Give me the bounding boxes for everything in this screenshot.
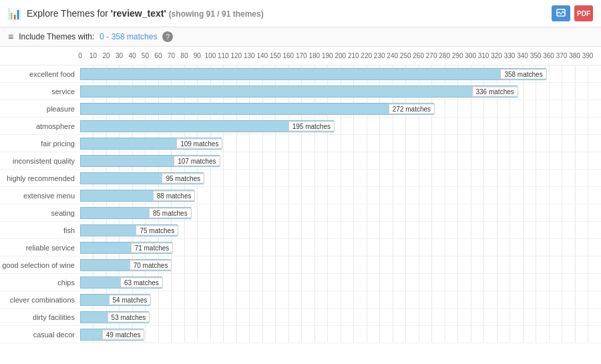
bar-value-label: 336 matches — [472, 86, 518, 96]
download-pdf-button[interactable]: PDF — [574, 5, 593, 21]
bar[interactable]: 88 matches — [80, 190, 194, 202]
axis-label: 50 — [142, 52, 149, 59]
axis-label: 360 — [543, 52, 554, 59]
axis-label: 310 — [478, 52, 489, 59]
axis-label: 110 — [218, 52, 229, 59]
filter-range[interactable]: 0 - 358 matches — [99, 32, 157, 41]
bar-area: 75 matches — [80, 222, 601, 238]
showing-count: (showing 91 / 91 themes) — [169, 9, 264, 19]
bar[interactable]: 109 matches — [80, 138, 222, 150]
axis-label: 80 — [180, 52, 188, 59]
bar-label: casual decor — [0, 331, 80, 339]
bar-value-label: 195 matches — [288, 121, 335, 131]
bar[interactable]: 71 matches — [80, 242, 172, 254]
axis-label: 70 — [168, 52, 175, 59]
filter-icon: ≡ — [8, 31, 13, 42]
bar[interactable]: 54 matches — [80, 294, 150, 306]
axis-label: 290 — [452, 52, 463, 59]
bar[interactable]: 53 matches — [80, 311, 149, 323]
bar-value-label: 53 matches — [108, 312, 150, 322]
table-row: fish75 matches — [0, 222, 601, 239]
axis-label: 40 — [128, 52, 136, 59]
bar-label: excellent food — [0, 70, 80, 78]
bar-value-label: 85 matches — [149, 208, 192, 218]
axis-label: 190 — [322, 52, 333, 59]
axis-label: 220 — [361, 52, 372, 59]
axis-label: 20 — [102, 52, 110, 59]
bar-value-label: 358 matches — [500, 69, 546, 79]
bar-area: 195 matches — [80, 118, 601, 134]
bar-area: 71 matches — [80, 239, 601, 256]
bar[interactable]: 70 matches — [80, 259, 171, 271]
axis-label: 150 — [270, 52, 281, 59]
table-row: clever combinations54 matches — [0, 291, 601, 309]
axis-label: 10 — [89, 52, 97, 59]
axis-label: 100 — [205, 52, 216, 59]
bar[interactable]: 95 matches — [80, 172, 204, 184]
bar[interactable]: 358 matches — [80, 68, 546, 80]
bar-label: extensive menu — [0, 192, 80, 200]
axis-label: 180 — [309, 52, 320, 59]
bar-label: clever combinations — [0, 296, 80, 304]
axis-label: 240 — [387, 52, 398, 59]
bar-label: reliable service — [0, 244, 80, 252]
bar-area: 95 matches — [80, 170, 601, 186]
bar-area: 272 matches — [80, 100, 601, 117]
axis-label: 160 — [282, 52, 294, 59]
axis-label: 380 — [569, 52, 580, 59]
axis-label: 200 — [335, 52, 346, 59]
axis-label: 330 — [504, 52, 516, 59]
download-image-button[interactable] — [552, 5, 570, 21]
bar-area: 85 matches — [80, 204, 601, 221]
axis-label: 60 — [154, 52, 162, 59]
bar-area: 49 matches — [80, 326, 601, 343]
field-name: 'review_text' — [111, 8, 166, 19]
bar[interactable]: 85 matches — [80, 207, 191, 219]
filter-label: Include Themes with: — [19, 32, 94, 41]
bar[interactable]: 195 matches — [80, 120, 334, 132]
bar-value-label: 75 matches — [136, 225, 178, 235]
pdf-label: PDF — [577, 10, 590, 17]
bar[interactable]: 49 matches — [80, 329, 144, 341]
bar-label: good selection of wine — [0, 261, 80, 269]
table-row: fair pricing109 matches — [0, 135, 601, 152]
bar[interactable]: 107 matches — [80, 155, 220, 167]
bar-area: 336 matches — [80, 83, 601, 100]
table-row: highly recommended95 matches — [0, 170, 601, 187]
bar-value-label: 54 matches — [109, 295, 152, 305]
bar-area: 107 matches — [80, 152, 601, 169]
table-row: service336 matches — [0, 83, 601, 100]
axis-label: 300 — [465, 52, 476, 59]
bar-area: 70 matches — [80, 256, 601, 273]
axis-labels: 0102030405060708090100110120130140150160… — [80, 47, 588, 65]
bar-label: atmosphere — [0, 122, 80, 130]
bar-label: inconsistent quality — [0, 157, 80, 165]
bar-value-label: 88 matches — [153, 190, 196, 200]
bar-value-label: 63 matches — [120, 277, 163, 287]
help-icon[interactable]: ? — [162, 31, 173, 42]
bar-label: fair pricing — [0, 140, 80, 148]
bar-area: 54 matches — [80, 291, 601, 308]
axis-label: 230 — [374, 52, 385, 59]
table-row: reliable service71 matches — [0, 239, 601, 256]
bar-value-label: 71 matches — [131, 242, 174, 252]
axis-label: 170 — [296, 52, 307, 59]
axis-label: 260 — [413, 52, 424, 59]
axis-label: 140 — [256, 52, 268, 59]
bar-label: service — [0, 87, 80, 96]
chart-container: 0102030405060708090100110120130140150160… — [0, 47, 601, 357]
table-row: atmosphere195 matches — [0, 118, 601, 135]
bar-value-label: 109 matches — [176, 138, 222, 148]
chart-main[interactable]: 0102030405060708090100110120130140150160… — [0, 47, 601, 357]
filter-bar: ≡ Include Themes with: 0 - 358 matches ? — [0, 27, 601, 47]
bar[interactable]: 336 matches — [80, 85, 518, 98]
table-row: seating85 matches — [0, 204, 601, 222]
bar-label: pleasure — [0, 105, 80, 113]
axis-label: 30 — [116, 52, 123, 59]
table-row: good selection of wine70 matches — [0, 256, 601, 274]
bar[interactable]: 75 matches — [80, 224, 178, 236]
bar[interactable]: 63 matches — [80, 277, 162, 289]
bar[interactable]: 272 matches — [80, 103, 434, 115]
bar-label: highly recommended — [0, 174, 80, 182]
bar-area: 358 matches — [80, 65, 601, 82]
